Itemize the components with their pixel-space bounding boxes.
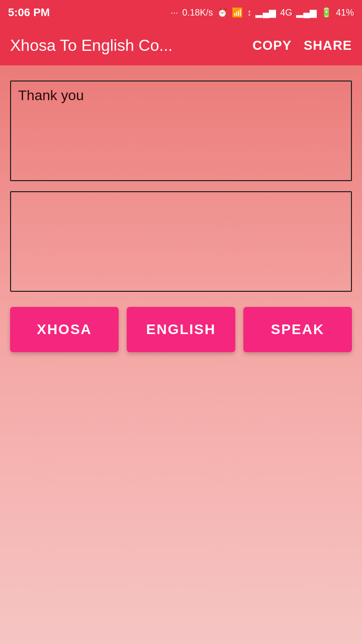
input-textarea[interactable]: Thank you [10,80,352,181]
share-button[interactable]: SHARE [304,38,352,53]
signal-icon: ↕ [247,8,251,18]
wifi-icon: 📶 [232,7,243,18]
output-textarea[interactable] [10,191,352,292]
status-time: 5:06 PM [8,6,50,19]
buttons-row: XHOSA ENGLISH SPEAK [10,307,352,352]
status-speed: 0.18K/s [182,8,213,18]
english-button[interactable]: ENGLISH [127,307,235,352]
status-dots: ··· [170,8,178,18]
network-type: 4G [280,8,292,18]
app-bar: Xhosa To English Co... COPY SHARE [0,25,362,65]
clock-icon: ⏰ [217,7,228,18]
main-content: Thank you XHOSA ENGLISH SPEAK [0,65,362,362]
signal-bars-icon: ▂▄▆ [296,7,317,18]
xhosa-button[interactable]: XHOSA [10,307,119,352]
app-bar-actions: COPY SHARE [252,38,352,53]
copy-button[interactable]: COPY [252,38,292,53]
status-bar: 5:06 PM ··· 0.18K/s ⏰ 📶 ↕ ▂▄▆ 4G ▂▄▆ 🔋 4… [0,0,362,25]
status-right: ··· 0.18K/s ⏰ 📶 ↕ ▂▄▆ 4G ▂▄▆ 🔋 41% [170,7,354,18]
network-bars-icon: ▂▄▆ [255,7,276,18]
app-title: Xhosa To English Co... [10,36,252,55]
speak-button[interactable]: SPEAK [243,307,352,352]
battery-icon: 🔋 [321,7,332,18]
battery-percent: 41% [336,8,354,18]
